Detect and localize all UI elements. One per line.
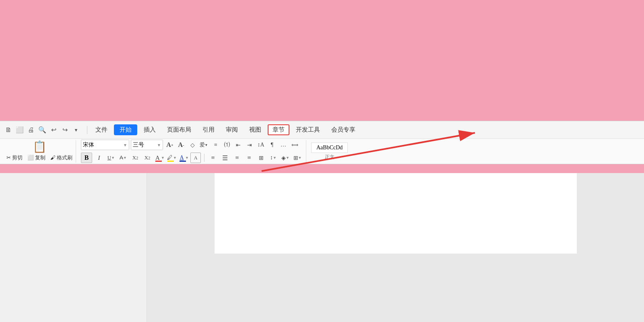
font-section: 宋体 ▼ 三号 ▼ A+ A- ◇ 爱▼ ≡ ⑴	[78, 140, 306, 163]
background-top	[0, 0, 644, 125]
left-panel	[0, 173, 147, 322]
copy-label: 复制	[35, 154, 45, 161]
superscript-button[interactable]: X2	[130, 153, 140, 163]
menu-file[interactable]: 文件	[91, 124, 112, 135]
clipboard-top: 📋	[33, 141, 47, 153]
menu-bar: 🗎 ⬜ 🖨 🔍 ↩ ↪ ▼ 文件 开始 插入 页面布局 引用 审阅 视图 章节 …	[0, 121, 644, 139]
format-label: 格式刷	[57, 154, 72, 161]
clear-format-button[interactable]: ◇	[187, 140, 198, 150]
underline-color-button[interactable]: A ▼	[178, 153, 189, 163]
align-left-button[interactable]: ≡	[208, 153, 218, 163]
font-name-value: 宋体	[83, 141, 94, 149]
pinyin-button[interactable]: 爱▼	[198, 140, 209, 150]
align-right-button[interactable]: ≡	[232, 153, 242, 163]
ruler-button[interactable]: ⟺	[289, 140, 300, 150]
justify-button[interactable]: ≡	[244, 153, 254, 163]
copy-icon: ⬜	[27, 155, 34, 161]
menu-view[interactable]: 视图	[244, 124, 266, 135]
show-marks-button[interactable]: ¶	[267, 140, 277, 150]
print-icon[interactable]: 🖨	[26, 125, 36, 135]
scissors-icon: ✂	[6, 155, 11, 161]
increase-indent-button[interactable]: ⇥	[244, 140, 255, 150]
redo-icon[interactable]: ↪	[60, 125, 70, 135]
save-icon[interactable]: 🗎	[3, 125, 14, 135]
cut-button[interactable]: ✂ 剪切	[6, 154, 23, 161]
clipboard-section: 📋 ✂ 剪切 ⬜ 复制 🖌 格式刷	[3, 140, 76, 163]
preview-icon[interactable]: 🔍	[37, 125, 47, 135]
subscript-button[interactable]: X2	[142, 153, 153, 163]
font-color-button[interactable]: A ▼	[154, 153, 165, 163]
italic-button[interactable]: I	[94, 153, 104, 163]
paste-icon[interactable]: 📋	[33, 141, 47, 153]
font-size-dropdown-icon: ▼	[157, 143, 161, 147]
style-preview-button[interactable]: AaBbCcDd	[311, 142, 348, 153]
font-size-value: 三号	[133, 141, 144, 149]
column-button[interactable]: ⊞	[256, 153, 266, 163]
underline-button[interactable]: U ▼	[106, 153, 116, 163]
ribbon-separator	[204, 154, 204, 162]
highlight-button[interactable]: 🖊 ▼	[166, 153, 177, 163]
font-row2: B I U ▼ A̶▼ X2 X2 A	[81, 153, 303, 163]
menu-reference[interactable]: 引用	[198, 124, 219, 135]
font-shrink-button[interactable]: A-	[176, 140, 186, 150]
menu-developer[interactable]: 开发工具	[291, 124, 325, 135]
strikethrough-button[interactable]: A̶▼	[118, 153, 128, 163]
quick-access-toolbar: 🗎 ⬜ 🖨 🔍 ↩ ↪ ▼	[3, 125, 81, 135]
brush-icon: 🖌	[50, 155, 56, 161]
textbox-button[interactable]: A	[190, 153, 201, 163]
border-button[interactable]: ⊞▼	[292, 153, 303, 163]
font-grow-button[interactable]: A+	[165, 140, 175, 150]
font-size-controls: A+ A- ◇ 爱▼	[165, 140, 209, 150]
shading-button[interactable]: ◈▼	[280, 153, 291, 163]
separator-1	[87, 126, 87, 134]
bold-button[interactable]: B	[81, 153, 92, 163]
format-brush-button[interactable]: 🖌 格式刷	[50, 154, 72, 161]
font-row1: 宋体 ▼ 三号 ▼ A+ A- ◇ 爱▼ ≡ ⑴	[81, 140, 303, 150]
font-name-select[interactable]: 宋体 ▼	[81, 140, 129, 150]
more-dropdown-icon[interactable]: ▼	[71, 125, 81, 135]
style-label: 正文	[311, 154, 348, 161]
undo-icon[interactable]: ↩	[48, 125, 59, 135]
copy-button[interactable]: ⬜ 复制	[27, 154, 45, 161]
numbered-list-button[interactable]: ⑴	[222, 140, 232, 150]
menu-review[interactable]: 审阅	[221, 124, 243, 135]
menu-chapter[interactable]: 章节	[268, 124, 289, 135]
clipboard-bottom: ✂ 剪切 ⬜ 复制 🖌 格式刷	[6, 154, 72, 161]
more-para-button[interactable]: …	[278, 140, 289, 150]
sort-button[interactable]: ↕A	[256, 140, 266, 150]
document-page[interactable]	[215, 173, 577, 254]
line-spacing-button[interactable]: ↕▼	[268, 153, 279, 163]
menu-layout[interactable]: 页面布局	[162, 124, 196, 135]
font-size-select[interactable]: 三号 ▼	[131, 140, 163, 150]
menu-start[interactable]: 开始	[114, 124, 137, 135]
menu-vip[interactable]: 会员专享	[326, 124, 360, 135]
align-center-button[interactable]: ☰	[220, 153, 230, 163]
toolbar-wrapper: 🗎 ⬜ 🖨 🔍 ↩ ↪ ▼ 文件 开始 插入 页面布局 引用 审阅 视图 章节 …	[0, 121, 644, 164]
document-area[interactable]	[147, 173, 644, 322]
style-section: AaBbCcDd 正文	[308, 140, 351, 163]
decrease-indent-button[interactable]: ⇤	[233, 140, 244, 150]
template-icon[interactable]: ⬜	[14, 125, 25, 135]
bullet-list-button[interactable]: ≡	[211, 140, 221, 150]
list-controls: ≡ ⑴ ⇤ ⇥ ↕A ¶ … ⟺	[211, 140, 300, 150]
font-name-dropdown-icon: ▼	[123, 143, 127, 147]
menu-insert[interactable]: 插入	[139, 124, 161, 135]
ribbon-bar: 📋 ✂ 剪切 ⬜ 复制 🖌 格式刷	[0, 139, 644, 164]
cut-label: 剪切	[12, 154, 23, 161]
